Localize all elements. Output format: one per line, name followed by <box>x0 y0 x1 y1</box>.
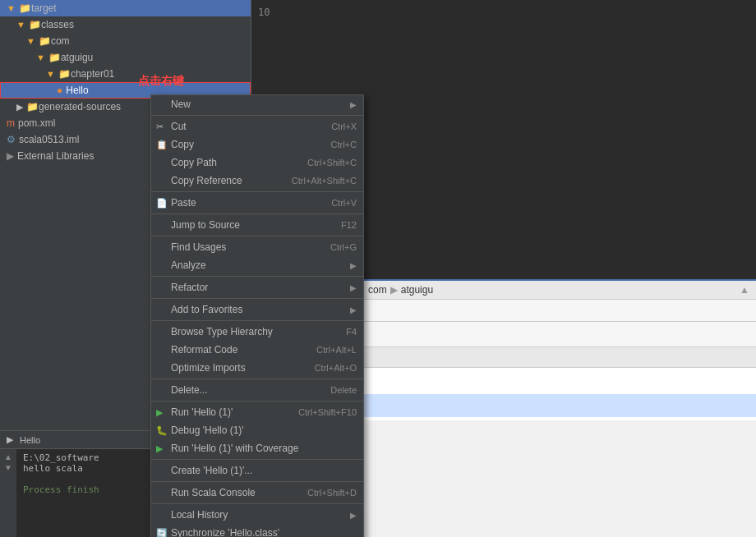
breadcrumb-sep-4: ▶ <box>390 284 398 296</box>
menu-item-hierarchy[interactable]: Browse Type Hierarchy F4 <box>151 323 363 341</box>
iml-icon: ⚙ <box>7 134 16 145</box>
menu-separator-11 <box>151 481 363 482</box>
menu-label-optimize: Optimize Imports <box>171 362 308 374</box>
menu-separator-8 <box>151 379 363 379</box>
tree-label: scala0513.iml <box>19 134 79 145</box>
menu-label-create: Create 'Hello (1)'... <box>171 465 357 476</box>
console-scrollbar: ▲ ▼ <box>0 449 16 537</box>
folder-open-icon: ▼ <box>26 36 35 46</box>
folder-open-icon: ▼ <box>36 53 45 62</box>
menu-label-scala-console: Run Scala Console <box>171 487 301 498</box>
folder-icon: 📁 <box>39 35 51 47</box>
menu-item-optimize[interactable]: Optimize Imports Ctrl+Alt+O <box>151 359 363 377</box>
menu-label-debug: Debug 'Hello (1)' <box>171 425 357 436</box>
menu-item-coverage[interactable]: ▶ Run 'Hello (1)' with Coverage <box>151 439 363 457</box>
tree-item-atguigu[interactable]: ▼ 📁 atguigu <box>0 49 251 66</box>
menu-item-refactor[interactable]: Refactor ▶ <box>151 278 363 296</box>
console-line-2: hello scala <box>23 463 99 474</box>
menu-item-copy-ref[interactable]: Copy Reference Ctrl+Alt+Shift+C <box>151 172 363 190</box>
refactor-arrow: ▶ <box>350 283 357 292</box>
xml-icon: m <box>7 117 15 129</box>
shortcut-optimize: Ctrl+Alt+O <box>315 363 357 373</box>
lib-icon: ▶ <box>7 150 14 162</box>
down-arrow-icon: ▼ <box>4 463 12 472</box>
copy-icon: 📋 <box>156 140 168 150</box>
tree-label: chapter01 <box>71 68 114 80</box>
history-arrow: ▶ <box>350 511 357 520</box>
shortcut-copy-ref: Ctrl+Alt+Shift+C <box>292 176 357 186</box>
menu-separator-3 <box>151 213 363 214</box>
menu-item-sync[interactable]: 🔄 Synchronize 'Hello.class' <box>151 524 363 537</box>
console-line-4: Process finish <box>23 484 99 495</box>
menu-label-copy: Copy <box>171 139 325 150</box>
menu-label-find: Find Usages <box>171 241 324 253</box>
console-line-1: E:\02_software <box>23 452 99 463</box>
folder-icon: 📁 <box>29 19 41 30</box>
menu-label-hierarchy: Browse Type Hierarchy <box>171 326 339 337</box>
menu-item-scala-console[interactable]: Run Scala Console Ctrl+Shift+D <box>151 484 363 502</box>
run-icon: ▶ <box>156 407 163 418</box>
menu-label-delete: Delete... <box>171 384 324 396</box>
shortcut-cut: Ctrl+X <box>331 122 357 131</box>
up-arrow-icon: ▲ <box>4 452 12 461</box>
paste-icon: 📄 <box>156 198 168 209</box>
menu-label-copy-ref: Copy Reference <box>171 175 285 186</box>
menu-item-jump[interactable]: Jump to Source F12 <box>151 216 363 234</box>
menu-item-copy-path[interactable]: Copy Path Ctrl+Shift+C <box>151 154 363 172</box>
menu-item-debug[interactable]: 🐛 Debug 'Hello (1)' <box>151 421 363 439</box>
cut-icon: ✂ <box>156 122 164 132</box>
console-output: E:\02_software hello scala Process finis… <box>16 449 106 537</box>
shortcut-copy: Ctrl+C <box>331 140 357 149</box>
line-number: 10 <box>258 7 270 18</box>
menu-item-delete[interactable]: Delete... Delete <box>151 381 363 399</box>
menu-item-cut[interactable]: ✂ Cut Ctrl+X <box>151 117 363 135</box>
file-icon: ● <box>57 85 62 96</box>
tree-label: com <box>51 35 70 47</box>
tree-item-classes[interactable]: ▼ 📁 classes <box>0 16 251 33</box>
folder-collapsed-icon: ▶ <box>16 102 23 112</box>
menu-item-copy[interactable]: 📋 Copy Ctrl+C <box>151 135 363 154</box>
menu-label-reformat: Reformat Code <box>171 344 310 356</box>
menu-item-favorites[interactable]: Add to Favorites ▶ <box>151 301 363 319</box>
menu-item-analyze[interactable]: Analyze ▶ <box>151 256 363 274</box>
menu-item-reformat[interactable]: Reformat Code Ctrl+Alt+L <box>151 341 363 359</box>
menu-label-paste: Paste <box>171 197 325 209</box>
menu-item-create[interactable]: Create 'Hello (1)'... <box>151 461 363 480</box>
shortcut-hierarchy: F4 <box>346 327 357 337</box>
context-menu: New ▶ ✂ Cut Ctrl+X 📋 Copy Ctrl+C Copy Pa… <box>150 94 364 537</box>
tree-label: classes <box>41 19 74 30</box>
breadcrumb-atguigu: atguigu <box>401 284 433 296</box>
shortcut-copy-path: Ctrl+Shift+C <box>307 158 357 168</box>
folder-open-icon: ▼ <box>7 3 16 13</box>
shortcut-delete: Delete <box>330 385 357 395</box>
menu-label-favorites: Add to Favorites <box>171 304 350 315</box>
annotation-text: 点击右键 <box>138 74 184 89</box>
tree-item-chapter01[interactable]: ▼ 📁 chapter01 <box>0 66 251 82</box>
folder-icon: 📁 <box>19 2 31 14</box>
shortcut-jump: F12 <box>341 220 357 230</box>
menu-label-copy-path: Copy Path <box>171 157 301 168</box>
folder-open-icon: ▼ <box>46 69 55 79</box>
menu-item-new[interactable]: New ▶ <box>151 95 363 113</box>
tree-item-com[interactable]: ▼ 📁 com <box>0 33 251 49</box>
menu-item-paste[interactable]: 📄 Paste Ctrl+V <box>151 194 363 212</box>
menu-label-new: New <box>171 99 350 110</box>
folder-icon: 📁 <box>26 101 39 112</box>
menu-separator-12 <box>151 503 363 504</box>
menu-item-find[interactable]: Find Usages Ctrl+G <box>151 238 363 256</box>
menu-separator-9 <box>151 401 363 402</box>
menu-label-run: Run 'Hello (1)' <box>171 406 292 418</box>
shortcut-find: Ctrl+G <box>330 242 357 252</box>
folder-icon: 📁 <box>48 52 61 63</box>
submenu-arrow: ▶ <box>350 100 357 109</box>
menu-item-run[interactable]: ▶ Run 'Hello (1)' Ctrl+Shift+F10 <box>151 403 363 421</box>
editor-content: 10 <box>251 0 756 25</box>
tree-label: pom.xml <box>18 117 55 129</box>
menu-item-history[interactable]: Local History ▶ <box>151 506 363 524</box>
menu-label-history: Local History <box>171 509 350 521</box>
favorites-arrow: ▶ <box>350 305 357 314</box>
tree-label: target <box>31 2 57 14</box>
console-tab-label: ▶ <box>7 434 13 445</box>
tree-item-target[interactable]: ▼ 📁 target <box>0 0 251 16</box>
menu-separator-7 <box>151 320 363 321</box>
